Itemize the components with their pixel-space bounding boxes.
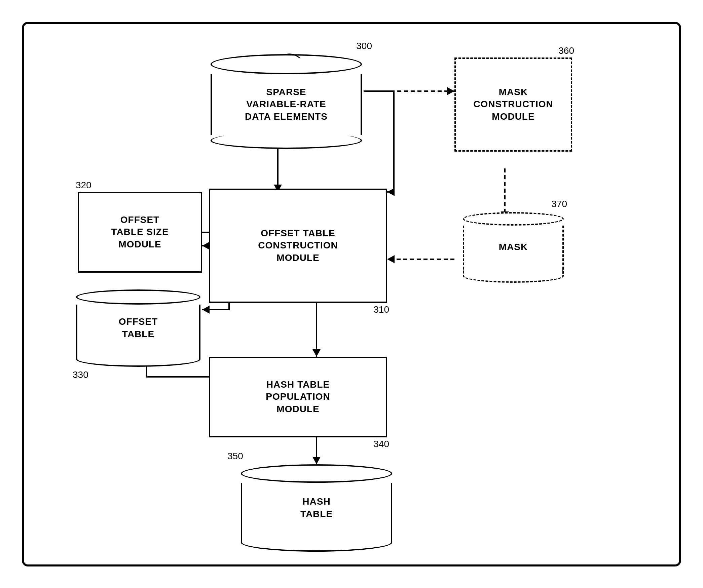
offset-table-construction-label: OFFSET TABLECONSTRUCTIONMODULE (258, 227, 338, 264)
mask-node: MASK 370 (463, 212, 564, 283)
offset-table-construction-ref: 310 (373, 304, 389, 315)
svg-marker-16 (312, 349, 321, 357)
diagram-canvas: SPARSEVARIABLE-RATEDATA ELEMENTS 300 MAS… (24, 24, 679, 564)
svg-marker-3 (447, 87, 454, 95)
sparse-data-label: SPARSEVARIABLE-RATEDATA ELEMENTS (245, 86, 328, 123)
mask-construction-node: MASKCONSTRUCTIONMODULE 360 (454, 57, 572, 152)
offset-table-ref: 330 (73, 369, 88, 380)
hash-table-population-label: HASH TABLEPOPULATIONMODULE (266, 379, 330, 415)
hash-table-ref: 350 (227, 451, 243, 462)
offset-table-label: OFFSETTABLE (119, 316, 158, 340)
offset-table-size-ref: 320 (76, 180, 91, 191)
mask-label: MASK (499, 241, 528, 253)
mask-construction-label: MASKCONSTRUCTIONMODULE (473, 86, 553, 123)
hash-table-node: HASHTABLE 350 (241, 464, 392, 552)
hash-table-label: HASHTABLE (300, 496, 333, 520)
offset-table-size-node: OFFSETTABLE SIZEMODULE 320 (78, 192, 202, 273)
diagram-border: SPARSEVARIABLE-RATEDATA ELEMENTS 300 MAS… (22, 22, 681, 566)
offset-table-size-label: OFFSETTABLE SIZEMODULE (111, 214, 169, 250)
mask-ref: 370 (551, 199, 567, 209)
mask-construction-ref: 360 (558, 45, 574, 56)
offset-table-node: OFFSETTABLE 330 (76, 289, 200, 367)
svg-marker-7 (387, 255, 395, 263)
svg-marker-8 (387, 188, 395, 196)
svg-marker-12 (202, 242, 210, 250)
offset-table-construction-node: OFFSET TABLECONSTRUCTIONMODULE 310 (209, 189, 387, 303)
svg-marker-18 (312, 457, 321, 464)
sparse-data-ref: 300 (356, 41, 372, 51)
svg-marker-13 (202, 306, 210, 314)
hash-table-population-ref: 340 (373, 439, 389, 449)
sparse-data-node: SPARSEVARIABLE-RATEDATA ELEMENTS 300 (211, 54, 362, 149)
hash-table-population-node: HASH TABLEPOPULATIONMODULE 340 (209, 357, 387, 437)
